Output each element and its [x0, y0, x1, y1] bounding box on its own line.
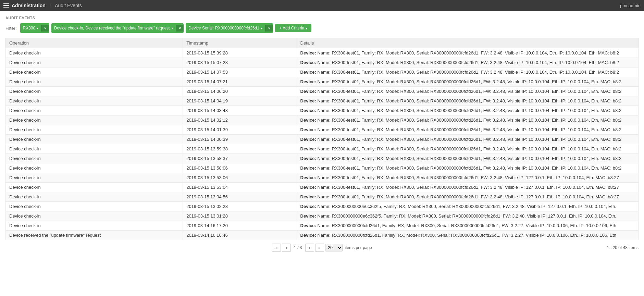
cell-details: Device: Name: RX3000000000e6c362f5, Fami…	[297, 202, 638, 211]
table-row[interactable]: Device received the "update firmware" re…	[6, 231, 639, 240]
add-criteria-button[interactable]: + Add Criteria ▾	[275, 24, 311, 32]
cell-details: Device: Name: RX300-test01, Family: RX, …	[297, 154, 638, 163]
table-body: Device check-in2019-03-15 15:39:28Device…	[6, 48, 639, 240]
cell-timestamp: 2019-03-15 13:04:56	[183, 192, 297, 202]
pagination-controls: « ‹ 1 / 3 › » 2050100 items per page	[272, 244, 372, 252]
add-criteria-caret: ▾	[306, 26, 307, 30]
cell-details: Device: Name: RX300-test01, Family: RX, …	[297, 183, 638, 192]
section-title: AUDIT EVENTS	[5, 16, 639, 20]
cell-operation: Device check-in	[6, 77, 183, 87]
filter-chip-2-close[interactable]: ×	[265, 25, 273, 32]
filter-chip-1: Device check-in, Device received the "up…	[51, 23, 184, 33]
table-row[interactable]: Device check-in2019-03-15 15:39:28Device…	[6, 48, 639, 58]
table-row[interactable]: Device check-in2019-03-15 14:06:20Device…	[6, 87, 639, 96]
table-row[interactable]: Device check-in2019-03-15 14:02:12Device…	[6, 115, 639, 125]
filter-chip-0-close[interactable]: ×	[41, 25, 49, 32]
cell-operation: Device check-in	[6, 202, 183, 211]
cell-operation: Device check-in	[6, 96, 183, 106]
filter-chip-2: Device Serial: RX3000000000fcfd26d1 ▾ ×	[186, 23, 273, 33]
col-header-details: Details	[297, 38, 638, 48]
table-row[interactable]: Device check-in2019-03-15 13:53:04Device…	[6, 183, 639, 192]
table-row[interactable]: Device check-in2019-03-15 14:03:48Device…	[6, 106, 639, 115]
filter-chip-0-caret: ▾	[37, 26, 38, 30]
table-row[interactable]: Device check-in2019-03-15 14:04:19Device…	[6, 96, 639, 106]
cell-operation: Device check-in	[6, 106, 183, 115]
table-row[interactable]: Device check-in2019-03-15 13:58:06Device…	[6, 163, 639, 173]
cell-details: Device: Name: RX300-test01, Family: RX, …	[297, 96, 638, 106]
cell-operation: Device check-in	[6, 67, 183, 77]
filter-chip-2-caret: ▾	[261, 26, 262, 30]
next-page-button[interactable]: ›	[305, 244, 314, 252]
cell-operation: Device check-in	[6, 58, 183, 67]
user-info: pmcadmin	[620, 3, 641, 8]
last-page-button[interactable]: »	[315, 244, 324, 252]
cell-timestamp: 2019-03-15 13:58:06	[183, 163, 297, 173]
cell-operation: Device check-in	[6, 183, 183, 192]
pagination-bar: « ‹ 1 / 3 › » 2050100 items per page 1 -…	[5, 242, 639, 253]
prev-page-button[interactable]: ‹	[282, 244, 291, 252]
cell-operation: Device check-in	[6, 154, 183, 163]
cell-operation: Device check-in	[6, 163, 183, 173]
cell-timestamp: 2019-03-15 13:53:04	[183, 183, 297, 192]
cell-timestamp: 2019-03-15 13:02:28	[183, 202, 297, 211]
cell-timestamp: 2019-03-15 13:59:38	[183, 144, 297, 154]
cell-operation: Device check-in	[6, 115, 183, 125]
table-row[interactable]: Device check-in2019-03-15 15:07:23Device…	[6, 58, 639, 67]
cell-details: Device: Name: RX300-test01, Family: RX, …	[297, 87, 638, 96]
table-row[interactable]: Device check-in2019-03-15 14:01:39Device…	[6, 125, 639, 135]
filter-chip-1-text[interactable]: Device check-in, Device received the "up…	[51, 26, 176, 30]
cell-timestamp: 2019-03-15 14:07:21	[183, 77, 297, 87]
app-title: Administration	[12, 3, 46, 8]
cell-operation: Device check-in	[6, 135, 183, 144]
table-row[interactable]: Device check-in2019-03-15 13:04:56Device…	[6, 192, 639, 202]
cell-details: Device: Name: RX300-test01, Family: RX, …	[297, 173, 638, 183]
cell-operation: Device check-in	[6, 144, 183, 154]
cell-details: Device: Name: RX300-test01, Family: RX, …	[297, 106, 638, 115]
cell-timestamp: 2019-03-15 14:01:39	[183, 125, 297, 135]
cell-details: Device: Name: RX3000000000e6c362f5, Fami…	[297, 211, 638, 221]
cell-operation: Device check-in	[6, 221, 183, 231]
table-row[interactable]: Device check-in2019-03-15 13:59:38Device…	[6, 144, 639, 154]
filter-chip-0: RX300 ▾ ×	[20, 23, 49, 33]
cell-operation: Device check-in	[6, 173, 183, 183]
table-row[interactable]: Device check-in2019-03-15 13:02:28Device…	[6, 202, 639, 211]
table-row[interactable]: Device check-in2019-03-15 13:58:37Device…	[6, 154, 639, 163]
table-row[interactable]: Device check-in2019-03-15 14:00:39Device…	[6, 135, 639, 144]
table-row[interactable]: Device check-in2019-03-15 13:01:28Device…	[6, 211, 639, 221]
filter-chip-2-text[interactable]: Device Serial: RX3000000000fcfd26d1 ▾	[186, 26, 265, 30]
first-page-button[interactable]: «	[272, 244, 281, 252]
cell-details: Device: Name: RX300-test01, Family: RX, …	[297, 48, 638, 58]
per-page-select[interactable]: 2050100	[325, 244, 343, 251]
current-page: 1 / 3	[294, 245, 302, 250]
cell-details: Device: Name: RX300-test01, Family: RX, …	[297, 125, 638, 135]
cell-details: Device: Name: RX300-test01, Family: RX, …	[297, 58, 638, 67]
filter-chip-0-text[interactable]: RX300 ▾	[20, 26, 41, 30]
cell-details: Device: Name: RX300-test01, Family: RX, …	[297, 115, 638, 125]
total-info: 1 - 20 of 48 items	[607, 245, 639, 250]
cell-details: Device: Name: RX300-test01, Family: RX, …	[297, 144, 638, 154]
filter-chip-1-close[interactable]: ×	[176, 25, 184, 32]
cell-timestamp: 2019-03-14 16:16:46	[183, 231, 297, 240]
cell-timestamp: 2019-03-15 14:07:53	[183, 67, 297, 77]
cell-details: Device: Name: RX300-test01, Family: RX, …	[297, 77, 638, 87]
col-header-operation: Operation	[6, 38, 183, 48]
cell-timestamp: 2019-03-15 13:53:06	[183, 173, 297, 183]
cell-details: Device: Name: RX3000000000fcfd26d1, Fami…	[297, 221, 638, 231]
hamburger-menu[interactable]	[3, 3, 9, 8]
table-row[interactable]: Device check-in2019-03-15 13:53:06Device…	[6, 173, 639, 183]
filter-chip-1-caret: ▾	[171, 26, 173, 30]
cell-timestamp: 2019-03-14 16:17:20	[183, 221, 297, 231]
table-row[interactable]: Device check-in2019-03-14 16:17:20Device…	[6, 221, 639, 231]
cell-timestamp: 2019-03-15 14:06:20	[183, 87, 297, 96]
table-row[interactable]: Device check-in2019-03-15 14:07:21Device…	[6, 77, 639, 87]
filter-row: Filter: RX300 ▾ × Device check-in, Devic…	[5, 23, 639, 33]
cell-timestamp: 2019-03-15 14:02:12	[183, 115, 297, 125]
cell-timestamp: 2019-03-15 14:00:39	[183, 135, 297, 144]
cell-details: Device: Name: RX3000000000fcfd26d1, Fami…	[297, 231, 638, 240]
cell-operation: Device check-in	[6, 48, 183, 58]
main-content: AUDIT EVENTS Filter: RX300 ▾ × Device ch…	[0, 11, 644, 258]
cell-details: Device: Name: RX300-test01, Family: RX, …	[297, 163, 638, 173]
cell-timestamp: 2019-03-15 14:04:19	[183, 96, 297, 106]
cell-details: Device: Name: RX300-test01, Family: RX, …	[297, 135, 638, 144]
table-row[interactable]: Device check-in2019-03-15 14:07:53Device…	[6, 67, 639, 77]
